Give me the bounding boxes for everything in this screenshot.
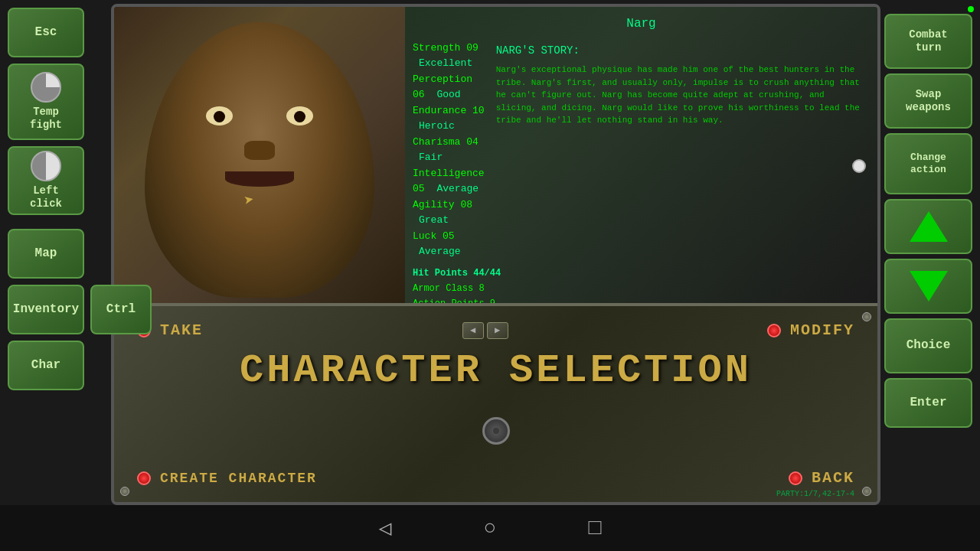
center-knob[interactable]	[482, 417, 510, 445]
down-arrow-icon	[910, 271, 948, 302]
agility-stat: Agility 08 Great	[413, 197, 485, 227]
story-text: Narg's exceptional physique has made him…	[496, 64, 870, 127]
face-simulation	[145, 22, 374, 298]
temp-icon	[31, 72, 61, 103]
home-nav-icon[interactable]: ○	[484, 517, 497, 540]
left-eye	[206, 106, 233, 126]
perception-stat: Perception 06 Good	[413, 72, 485, 102]
rivet-bl	[120, 487, 129, 496]
create-red-dot	[137, 471, 151, 485]
main-game-area: ➤ Narg Strength 09 Excellent Perception …	[111, 4, 880, 505]
create-character-button[interactable]: CREATE CHARACTER	[137, 471, 317, 486]
char-button[interactable]: Char	[8, 341, 84, 390]
esc-button[interactable]: Esc	[8, 8, 84, 57]
enter-button[interactable]: Enter	[884, 378, 972, 428]
right-eye	[286, 106, 313, 126]
modify-red-dot	[767, 324, 781, 337]
hit-points: Hit Points 44/44	[413, 266, 870, 280]
change-action-button[interactable]: Change action	[884, 133, 972, 194]
arrow-up-button[interactable]	[884, 199, 972, 254]
character-info: Narg Strength 09 Excellent Perception 06…	[413, 15, 870, 303]
face-mouth	[225, 171, 294, 187]
left-arrow-control[interactable]: ◀	[462, 322, 484, 339]
inventory-button[interactable]: Inventory	[8, 285, 84, 334]
ctrl-button[interactable]: Ctrl	[90, 285, 152, 334]
rivet-br	[862, 487, 871, 496]
armor-class: Armor Class 8	[413, 282, 870, 295]
left-sidebar: Esc Temp fight Left click Map Inventory …	[0, 0, 115, 505]
modify-button[interactable]: MODIFY	[767, 321, 854, 339]
stats-section: Strength 09 Excellent Perception 06 Good…	[413, 39, 870, 260]
panel-bottom-row: CREATE CHARACTER BACK	[114, 469, 877, 487]
signal-indicator	[968, 6, 974, 14]
up-arrow-icon	[910, 211, 948, 242]
face-eyes	[206, 106, 313, 126]
arrow-controls: ◀ ▶	[462, 322, 508, 339]
back-red-dot	[789, 471, 802, 485]
arrow-down-button[interactable]	[884, 259, 972, 314]
character-selection-panel: TAKE ◀ ▶ MODIFY CHARACTER SELECTION CREA…	[114, 303, 877, 502]
temp-fight-button[interactable]: Temp fight	[8, 64, 84, 140]
scroll-indicator[interactable]	[852, 159, 866, 173]
intelligence-stat: Intelligence 05 Average	[413, 166, 485, 196]
navigation-bar: ◁ ○ □	[0, 505, 980, 551]
back-nav-icon[interactable]: ◁	[379, 515, 392, 541]
back-button[interactable]: BACK	[789, 469, 854, 487]
story-title: NARG'S STORY:	[496, 43, 870, 59]
party-info: PARTY:1/7,42-17-4	[776, 490, 854, 498]
endurance-stat: Endurance 10 Heroic	[413, 103, 485, 133]
panel-top-row: TAKE ◀ ▶ MODIFY	[114, 321, 877, 339]
panel-title: CHARACTER SELECTION	[114, 348, 877, 393]
strength-stat: Strength 09 Excellent	[413, 41, 485, 70]
luck-stat: Luck 05 Average	[413, 229, 485, 259]
left-click-button[interactable]: Left click	[8, 146, 84, 215]
combat-turn-button[interactable]: Combat turn	[884, 14, 972, 69]
rivet-tr	[862, 312, 871, 321]
portrait-area: ➤ Narg Strength 09 Excellent Perception …	[114, 7, 877, 313]
left-click-icon	[31, 151, 61, 181]
charisma-stat: Charisma 04 Fair	[413, 135, 485, 165]
right-sidebar: Combat turn Swap weapons Change action C…	[877, 0, 980, 505]
right-arrow-control[interactable]: ▶	[487, 322, 508, 339]
recent-nav-icon[interactable]: □	[588, 517, 601, 540]
face-nose	[244, 141, 275, 160]
swap-weapons-button[interactable]: Swap weapons	[884, 73, 972, 129]
character-portrait: ➤	[114, 7, 405, 313]
character-name: Narg	[413, 15, 870, 33]
map-button[interactable]: Map	[8, 229, 84, 279]
choice-button[interactable]: Choice	[884, 318, 972, 373]
story-section: NARG'S STORY: Narg's exceptional physiqu…	[496, 43, 870, 260]
